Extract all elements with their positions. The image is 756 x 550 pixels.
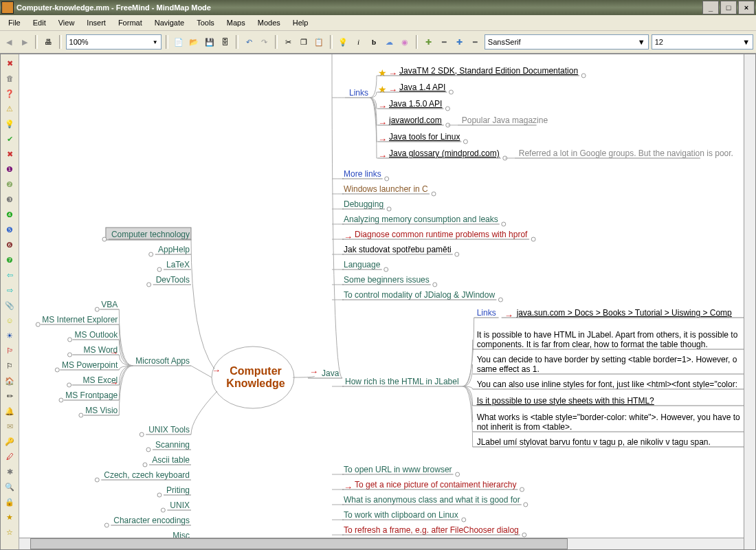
- menu-modes[interactable]: Modes: [252, 17, 286, 28]
- history-back-icon[interactable]: ◀: [3, 35, 16, 49]
- sidebar-icon-8[interactable]: ❷: [3, 178, 16, 190]
- mindmap-node[interactable]: Java tools for Linux: [389, 132, 460, 142]
- mindmap-node[interactable]: JLabel umí stylovat barvu fontu v tagu p…: [477, 437, 711, 447]
- sidebar-icon-12[interactable]: ❻: [3, 239, 16, 251]
- print-icon[interactable]: 🖶: [42, 35, 55, 49]
- mindmap-node[interactable]: To open URL in www browser: [344, 465, 452, 474]
- sidebar-icon-29[interactable]: 🔒: [3, 496, 16, 508]
- font-size-select[interactable]: 12 ▼: [652, 34, 753, 50]
- maximize-button[interactable]: □: [720, 1, 737, 14]
- mindmap-node[interactable]: Referred a lot in Google groups. But the…: [519, 148, 733, 158]
- color-icon[interactable]: ◉: [399, 35, 412, 49]
- mindmap-node[interactable]: JavaTM 2 SDK, Standard Edition Documenta…: [399, 66, 578, 76]
- redo-icon[interactable]: ↷: [258, 35, 271, 49]
- mindmap-node[interactable]: Java 1.4 API: [399, 82, 445, 92]
- mindmap-node[interactable]: Character encodings: [113, 516, 190, 525]
- cloud-icon[interactable]: ☁: [383, 35, 396, 49]
- sidebar-icon-3[interactable]: ⚠: [3, 102, 16, 115]
- cut-icon[interactable]: ✂: [282, 35, 295, 49]
- mindmap-node[interactable]: Language: [344, 260, 381, 270]
- remove-last-icon[interactable]: ━: [469, 35, 482, 49]
- mindmap-node[interactable]: java.sun.com > Docs > Books > Tutorial >…: [516, 308, 732, 318]
- menu-view[interactable]: View: [53, 17, 80, 28]
- mindmap-node[interactable]: MS Internet Explorer: [42, 315, 118, 324]
- mindmap-node[interactable]: To refresh a frame, e.g. after FileChoos…: [344, 525, 519, 535]
- mindmap-node[interactable]: Links: [477, 308, 496, 318]
- sidebar-icon-16[interactable]: 📎: [3, 299, 16, 311]
- mindmap-node[interactable]: Analyzing memory consumption and leaks: [344, 214, 498, 224]
- sidebar-icon-28[interactable]: 🔍: [3, 481, 16, 493]
- mindmap-node[interactable]: MS Frontpage: [65, 390, 118, 400]
- mindmap-node[interactable]: Czech, czech keyboard: [104, 470, 190, 480]
- sidebar-icon-6[interactable]: ✖: [3, 148, 16, 160]
- idea-icon[interactable]: 💡: [337, 35, 350, 49]
- mindmap-node[interactable]: To control modality of JDialog & JWindow: [344, 290, 495, 300]
- sidebar-icon-7[interactable]: ❶: [3, 163, 16, 175]
- sidebar-icon-26[interactable]: 🖊: [3, 450, 16, 463]
- mindmap-node[interactable]: Misc: [173, 531, 190, 538]
- sidebar-icon-23[interactable]: 🔔: [3, 405, 16, 417]
- mindmap-node[interactable]: Debugging: [344, 199, 383, 209]
- mindmap-node[interactable]: Microsoft Apps: [135, 356, 190, 366]
- sidebar-icon-10[interactable]: ❹: [3, 208, 16, 221]
- sidebar-icon-24[interactable]: ✉: [3, 420, 16, 432]
- sidebar-icon-19[interactable]: 🏳: [3, 344, 16, 357]
- menu-format[interactable]: Format: [113, 17, 148, 28]
- mindmap-canvas[interactable]: →ComputerKnowledge→JavaLinks★→JavaTM 2 S…: [19, 54, 744, 538]
- sidebar-icon-11[interactable]: ❺: [3, 223, 16, 236]
- sidebar-icon-13[interactable]: ❼: [3, 254, 16, 266]
- sidebar-icon-27[interactable]: ✱: [3, 465, 16, 478]
- sidebar-icon-0[interactable]: ✖: [3, 57, 16, 69]
- mindmap-node[interactable]: You can decide to have border by setting…: [477, 355, 737, 374]
- font-family-select[interactable]: SansSerif ▼: [485, 34, 649, 50]
- mindmap-node[interactable]: How rich is the HTML in JLabel: [345, 377, 459, 386]
- horizontal-scrollbar[interactable]: [19, 538, 744, 549]
- mindmap-node[interactable]: Java glossary (mindprod.com): [389, 148, 500, 158]
- sidebar-icon-20[interactable]: ⚐: [3, 360, 16, 372]
- mindmap-node[interactable]: AppHelp: [158, 245, 190, 254]
- sidebar-icon-21[interactable]: 🏠: [3, 375, 16, 387]
- menu-edit[interactable]: Edit: [27, 17, 52, 28]
- sidebar-icon-5[interactable]: ✔: [3, 133, 16, 145]
- menu-maps[interactable]: Maps: [221, 17, 251, 28]
- sidebar-icon-18[interactable]: ☀: [3, 329, 16, 342]
- sidebar-icon-4[interactable]: 💡: [3, 118, 16, 130]
- mindmap-node[interactable]: MS Excel: [83, 375, 118, 385]
- sidebar-icon-30[interactable]: ★: [3, 511, 16, 523]
- mindmap-node[interactable]: Is it possible to use style sheets with …: [477, 396, 654, 406]
- mindmap-node[interactable]: LaTeX: [166, 260, 190, 270]
- mindmap-node[interactable]: MS Outlook: [75, 330, 119, 340]
- mindmap-node[interactable]: javaworld.com: [388, 116, 442, 125]
- add-sibling-icon[interactable]: ✚: [454, 35, 467, 49]
- mindmap-node[interactable]: DevTools: [156, 275, 190, 285]
- mindmap-node[interactable]: Priting: [166, 485, 190, 495]
- sidebar-icon-31[interactable]: ☆: [3, 526, 16, 538]
- sidebar-icon-25[interactable]: 🔑: [3, 435, 16, 448]
- mindmap-node[interactable]: Windows launcher in C: [344, 184, 428, 194]
- bold-icon[interactable]: b: [368, 35, 381, 49]
- open-file-icon[interactable]: 📂: [188, 35, 201, 49]
- mindmap-node[interactable]: Java 1.5.0 API: [389, 99, 442, 109]
- sidebar-icon-9[interactable]: ❸: [3, 193, 16, 206]
- paste-icon[interactable]: 📋: [313, 35, 326, 49]
- mindmap-node[interactable]: To work with clipboard on Linux: [344, 510, 458, 520]
- menu-help[interactable]: Help: [287, 17, 314, 28]
- history-fwd-icon[interactable]: ▶: [19, 35, 32, 49]
- mindmap-node[interactable]: To get a nice picture of contaiment hier…: [355, 480, 516, 490]
- mindmap-node[interactable]: Knowledge: [226, 377, 285, 389]
- mindmap-node[interactable]: You can also use inline styles for font,…: [477, 380, 737, 389]
- copy-icon[interactable]: ❐: [297, 35, 310, 49]
- close-button[interactable]: ×: [738, 1, 755, 14]
- sidebar-icon-17[interactable]: ☺: [3, 314, 16, 327]
- sidebar-icon-22[interactable]: ✏: [3, 390, 16, 402]
- mindmap-node[interactable]: What works is <table style="border-color…: [477, 412, 740, 432]
- mindmap-node[interactable]: Some beginners issues: [344, 275, 430, 285]
- mindmap-node[interactable]: Computer: [230, 365, 282, 377]
- add-child-icon[interactable]: ✚: [422, 35, 435, 49]
- save-icon[interactable]: 💾: [203, 35, 216, 49]
- mindmap-node[interactable]: UNIX Tools: [148, 425, 190, 434]
- mindmap-node[interactable]: Popular Java magazine: [462, 116, 548, 125]
- italic-icon[interactable]: i: [352, 35, 365, 49]
- menu-tools[interactable]: Tools: [191, 17, 220, 28]
- mindmap-node[interactable]: MS Visio: [85, 406, 118, 415]
